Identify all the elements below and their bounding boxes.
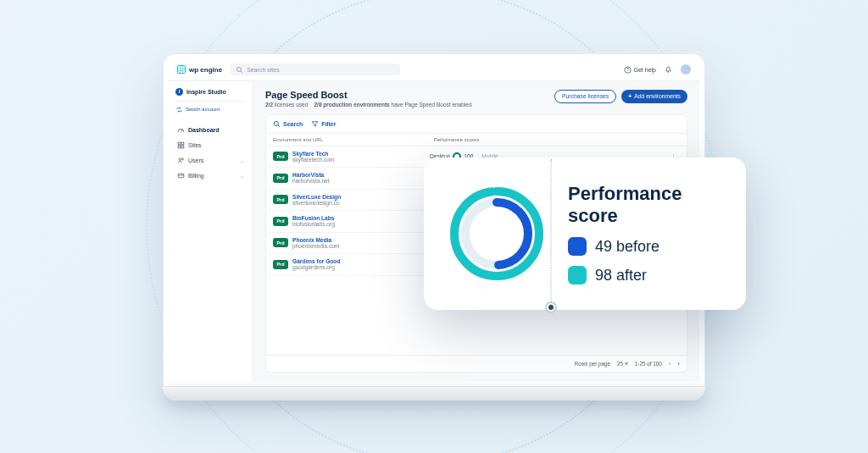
topbar: wp engine Search sites ? Get help (169, 59, 699, 81)
env-badge: Prd (273, 238, 288, 247)
env-badge: Prd (273, 217, 288, 226)
svg-rect-1 (181, 66, 182, 68)
svg-rect-8 (183, 71, 185, 73)
table-search-button[interactable]: Search (273, 120, 303, 128)
svg-rect-17 (178, 146, 181, 148)
page-title: Page Speed Boost (265, 90, 472, 100)
svg-rect-15 (178, 142, 181, 145)
env-name[interactable]: SilverLuxe Design (292, 194, 341, 200)
card-icon (177, 172, 185, 180)
col-environment: Environment and URL (273, 137, 434, 142)
sidebar: I Inspire Studio Switch account Dashboar… (169, 81, 253, 381)
search-icon (236, 66, 243, 74)
table-filter-button[interactable]: Filter (311, 120, 336, 128)
avatar[interactable] (681, 64, 691, 75)
svg-point-13 (668, 71, 669, 72)
gauge-icon (177, 126, 185, 134)
svg-rect-21 (178, 174, 184, 178)
svg-rect-6 (178, 71, 180, 73)
svg-point-9 (237, 67, 242, 71)
add-environments-button[interactable]: + Add environments (621, 90, 687, 103)
nav-item-users[interactable]: Users⌄ (175, 154, 246, 167)
chevron-down-icon: ▾ (625, 360, 628, 367)
svg-point-20 (181, 158, 183, 160)
brand-mark-icon (177, 65, 186, 74)
pagination-range: 1-25 of 100 (635, 361, 662, 367)
brand-logo[interactable]: wp engine (177, 65, 222, 74)
account-name[interactable]: I Inspire Studio (175, 88, 246, 96)
env-url: biofusionlabs.org (292, 221, 335, 227)
page-subtitle: 2/2 licenses used 2/8 production environ… (265, 102, 472, 108)
env-url: goodgardens.org (292, 264, 340, 270)
svg-point-23 (274, 121, 278, 125)
env-badge: Prd (273, 195, 288, 204)
nav-item-dashboard[interactable]: Dashboard (175, 124, 246, 136)
col-scores: Performance scores (434, 137, 680, 142)
svg-rect-7 (181, 71, 182, 73)
help-link[interactable]: ? Get help (624, 66, 656, 74)
performance-callout: Performance score 49 before 98 after (424, 157, 746, 310)
env-url: silverluxedesign.co (292, 200, 341, 206)
env-name[interactable]: HarborVista (292, 172, 330, 178)
next-page-button[interactable]: › (677, 360, 680, 367)
people-icon (177, 157, 185, 164)
swatch-before-icon (568, 237, 587, 256)
search-input[interactable]: Search sites (231, 64, 400, 75)
svg-rect-18 (181, 146, 184, 148)
svg-rect-4 (181, 69, 182, 70)
svg-line-24 (278, 124, 280, 126)
chevron-down-icon: ⌄ (240, 157, 244, 163)
svg-rect-16 (181, 142, 184, 145)
env-url: harborvista.net (292, 178, 330, 184)
filter-icon (311, 120, 319, 128)
env-badge: Prd (273, 174, 288, 183)
svg-text:?: ? (626, 67, 629, 72)
bell-icon[interactable] (665, 66, 672, 74)
env-name[interactable]: Gardens for Good (292, 258, 340, 264)
callout-anchor (547, 303, 555, 312)
env-url: phoenixmedia.com (292, 243, 339, 249)
env-url: skyflaretech.com (292, 157, 334, 163)
nav-item-sites[interactable]: Sites (175, 139, 246, 152)
env-badge: Prd (273, 152, 288, 161)
rows-per-page-select[interactable]: 25 ▾ (617, 360, 628, 367)
swap-icon (175, 106, 183, 113)
svg-rect-0 (178, 66, 180, 68)
env-badge: Prd (273, 260, 288, 269)
svg-rect-3 (178, 69, 180, 70)
env-name[interactable]: Phoenix Media (292, 237, 339, 243)
purchase-licenses-button[interactable]: Purchase licenses (554, 90, 616, 103)
nav: DashboardSitesUsers⌄Billing⌄ (175, 124, 246, 182)
callout-title: Performance score (568, 183, 724, 227)
plus-icon: + (628, 93, 632, 99)
legend-after: 98 after (568, 266, 724, 285)
help-icon: ? (624, 66, 632, 74)
env-name[interactable]: Skyflare Tech (292, 151, 334, 157)
search-placeholder: Search sites (247, 67, 280, 73)
brand-name: wp engine (189, 66, 222, 74)
legend-before: 49 before (568, 237, 724, 256)
nav-item-billing[interactable]: Billing⌄ (175, 169, 246, 182)
table-footer: Rows per page 25 ▾ 1-25 of 100 ‹ › (266, 355, 687, 372)
prev-page-button[interactable]: ‹ (669, 360, 671, 367)
switch-account-link[interactable]: Switch account (175, 101, 246, 113)
swatch-after-icon (568, 266, 587, 285)
env-name[interactable]: BioFusion Labs (292, 215, 335, 221)
performance-donut (446, 183, 548, 285)
svg-rect-2 (183, 66, 185, 68)
account-badge: I (175, 88, 183, 96)
svg-line-14 (181, 129, 183, 131)
svg-line-10 (241, 70, 242, 72)
laptop-base (163, 387, 705, 401)
chevron-down-icon: ⌄ (240, 173, 244, 179)
grid-icon (177, 141, 185, 149)
svg-point-19 (179, 157, 181, 160)
svg-rect-5 (183, 69, 185, 70)
search-icon (273, 120, 281, 128)
